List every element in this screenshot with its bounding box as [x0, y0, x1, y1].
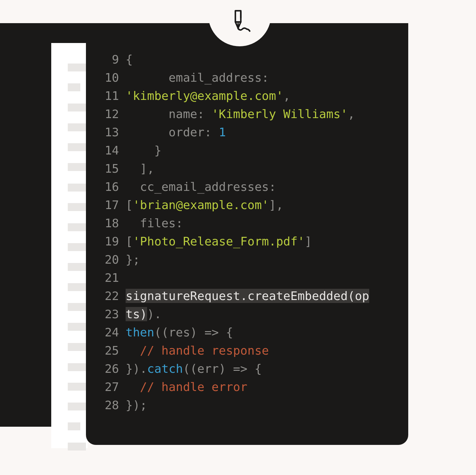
document-text-line	[68, 303, 86, 311]
document-text-line	[68, 422, 80, 430]
document-text-line	[68, 323, 86, 331]
line-content[interactable]: then((res) => {	[126, 323, 233, 341]
document-text-line	[68, 223, 86, 231]
line-content[interactable]: ],	[126, 159, 154, 178]
line-content[interactable]: order: 1	[126, 123, 226, 141]
code-token-comment: // handle response	[126, 344, 269, 357]
line-content[interactable]: ['Photo_Release_Form.pdf']	[126, 232, 312, 250]
line-content[interactable]: name: 'Kimberly Williams',	[126, 105, 355, 123]
pen-signature-icon	[227, 8, 252, 33]
document-text-line	[68, 383, 86, 391]
line-number: 19	[99, 232, 119, 250]
code-token-key: files:	[126, 216, 183, 230]
line-content[interactable]: // handle response	[126, 341, 269, 360]
code-line[interactable]: 12 name: 'Kimberly Williams',	[99, 105, 408, 123]
code-token-method: then	[126, 325, 154, 339]
line-content[interactable]: signatureRequest.createEmbedded(op	[126, 287, 369, 305]
document-text-line	[68, 443, 86, 451]
code-token-punct: {	[126, 53, 133, 66]
code-token-punct: });	[126, 398, 147, 412]
code-line[interactable]: 13 order: 1	[99, 123, 408, 141]
document-text-line	[68, 163, 86, 171]
line-content[interactable]: });	[126, 396, 147, 414]
code-line[interactable]: 22signatureRequest.createEmbedded(op	[99, 287, 408, 305]
code-line[interactable]: 24then((res) => {	[99, 323, 408, 341]
document-text-line	[68, 283, 86, 291]
line-number: 15	[99, 159, 119, 178]
document-text-line	[68, 263, 86, 271]
document-text-line	[68, 64, 86, 71]
code-line[interactable]: 18 files:	[99, 214, 408, 232]
line-number: 16	[99, 178, 119, 196]
code-line[interactable]: 28});	[99, 396, 408, 414]
line-number: 13	[99, 123, 119, 141]
code-token-key: email_address:	[126, 71, 269, 84]
code-line[interactable]: 11'kimberly@example.com',	[99, 87, 408, 105]
code-token-punct: }).	[126, 362, 147, 375]
code-token-string: 'Kimberly Williams'	[212, 107, 348, 121]
code-line[interactable]: 26}).catch((err) => {	[99, 360, 408, 378]
line-content[interactable]: }	[126, 141, 161, 159]
code-line[interactable]: 21	[99, 269, 408, 287]
code-line[interactable]: 16 cc_email_addresses:	[99, 178, 408, 196]
code-token-punct: }	[126, 144, 161, 157]
line-content[interactable]: cc_email_addresses:	[126, 178, 276, 196]
code-line[interactable]: 9{	[99, 50, 408, 68]
code-token-comment: // handle error	[126, 380, 247, 394]
code-token-string: 'kimberly@example.com'	[126, 89, 283, 103]
code-token-punct: ],	[126, 162, 154, 175]
line-content[interactable]: ['brian@example.com'],	[126, 196, 283, 214]
code-token-punct: ],	[269, 198, 283, 212]
document-text-line	[68, 343, 86, 351]
code-token-method: catch	[147, 362, 183, 375]
document-text-line	[68, 104, 86, 111]
line-number: 20	[99, 250, 119, 269]
line-number: 18	[99, 214, 119, 232]
line-number: 23	[99, 305, 119, 323]
code-line[interactable]: 23ts)).	[99, 305, 408, 323]
document-text-line	[68, 243, 86, 251]
code-content[interactable]: 9{10 email_address:11'kimberly@example.c…	[99, 50, 408, 414]
code-token-highlight: ts)	[126, 307, 147, 321]
code-token-num: 1	[219, 125, 226, 139]
line-content[interactable]: // handle error	[126, 378, 247, 396]
code-line[interactable]: 27 // handle error	[99, 378, 408, 396]
code-line[interactable]: 15 ],	[99, 159, 408, 178]
line-number: 12	[99, 105, 119, 123]
line-number: 24	[99, 323, 119, 341]
code-line[interactable]: 10 email_address:	[99, 68, 408, 87]
line-number: 25	[99, 341, 119, 360]
code-token-punct: [	[126, 198, 133, 212]
code-line[interactable]: 14 }	[99, 141, 408, 159]
code-token-key: cc_email_addresses:	[126, 180, 276, 194]
line-content[interactable]: email_address:	[126, 68, 269, 87]
code-token-string: 'brian@example.com'	[133, 198, 269, 212]
line-content[interactable]: 'kimberly@example.com',	[126, 87, 291, 105]
code-token-punct: ((err) => {	[183, 362, 261, 375]
line-number: 27	[99, 378, 119, 396]
line-number: 28	[99, 396, 119, 414]
line-content[interactable]: }).catch((err) => {	[126, 360, 262, 378]
code-editor-panel: 9{10 email_address:11'kimberly@example.c…	[86, 23, 408, 445]
document-text-line	[68, 83, 80, 91]
line-content[interactable]: };	[126, 250, 140, 269]
code-token-punct: ]	[305, 235, 312, 248]
code-line[interactable]: 19['Photo_Release_Form.pdf']	[99, 232, 408, 250]
line-content[interactable]: ts)).	[126, 305, 161, 323]
code-line[interactable]: 17['brian@example.com'],	[99, 196, 408, 214]
document-text-line	[68, 184, 86, 192]
line-number: 9	[99, 50, 119, 68]
line-content[interactable]: {	[126, 50, 133, 68]
code-line[interactable]: 25 // handle response	[99, 341, 408, 360]
document-text-line	[68, 143, 86, 151]
line-number: 17	[99, 196, 119, 214]
code-token-punct: ,	[348, 107, 355, 121]
line-number: 14	[99, 141, 119, 159]
document-text-line	[68, 363, 86, 371]
line-number: 22	[99, 287, 119, 305]
line-content[interactable]: files:	[126, 214, 183, 232]
code-line[interactable]: 20};	[99, 250, 408, 269]
code-token-punct: ).	[147, 307, 161, 321]
document-text-line	[68, 123, 86, 131]
line-number: 11	[99, 87, 119, 105]
